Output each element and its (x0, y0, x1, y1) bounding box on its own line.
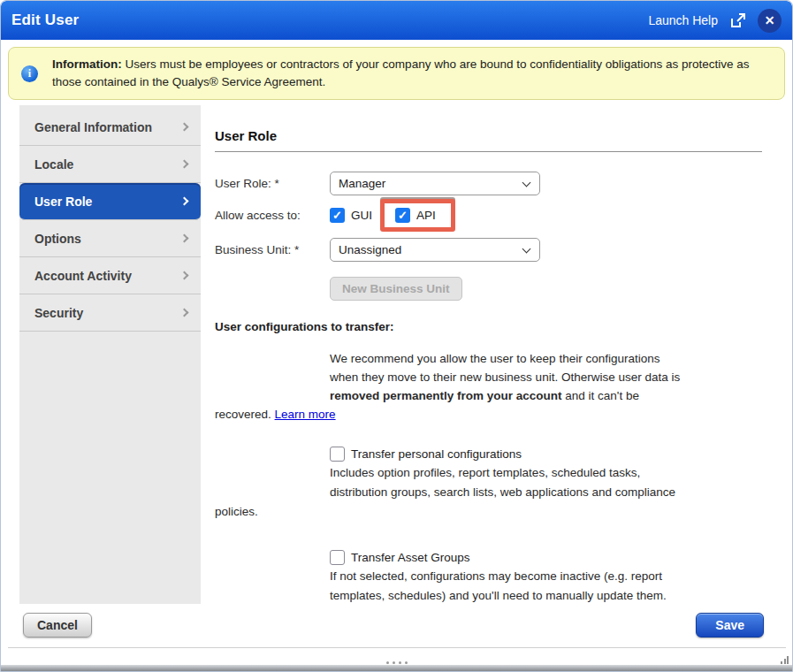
main-panel: User Role User Role: * Manager Allow acc… (202, 105, 791, 604)
section-heading: User Role (215, 128, 762, 152)
sidebar-item-user-role[interactable]: User Role (19, 183, 201, 220)
title-bar: Edit User Launch Help ✕ (1, 1, 792, 40)
business-unit-selected-value: Unassigned (339, 243, 401, 256)
api-checkbox-label: API (416, 209, 436, 222)
transfer-assets-row: ✓ Transfer Asset Groups (330, 550, 762, 565)
check-icon: ✓ (332, 210, 342, 221)
save-button[interactable]: Save (696, 613, 764, 638)
chevron-right-icon (180, 309, 189, 317)
info-banner-text: Information: Users must be employees or … (52, 56, 764, 91)
gui-checkbox-label: GUI (351, 209, 372, 222)
chevron-down-icon (522, 245, 531, 254)
chevron-right-icon (180, 123, 189, 132)
close-button[interactable]: ✕ (758, 9, 782, 33)
launch-external-icon[interactable] (728, 11, 747, 30)
gui-checkbox[interactable]: ✓ (330, 208, 345, 223)
new-business-unit-row: New Business Unit (215, 277, 762, 301)
info-banner: i Information: Users must be employees o… (8, 47, 785, 100)
chevron-right-icon (180, 271, 189, 280)
allow-access-label: Allow access to: (215, 209, 330, 222)
transfer-personal-description: Includes option profiles, report templat… (215, 463, 762, 522)
chevron-right-icon (180, 234, 189, 243)
edit-user-dialog: Edit User Launch Help ✕ i Information: U… (0, 0, 793, 672)
sidebar-nav: General Information Locale User Role Opt… (19, 105, 201, 604)
info-icon: i (21, 65, 38, 82)
user-role-selected-value: Manager (339, 177, 385, 190)
business-unit-select[interactable]: Unassigned (330, 238, 540, 262)
sidebar-item-security[interactable]: Security (19, 294, 201, 332)
new-business-unit-button[interactable]: New Business Unit (330, 277, 462, 301)
footer-bar: Cancel Save (1, 605, 792, 647)
chevron-right-icon (180, 197, 189, 206)
user-role-select[interactable]: Manager (330, 172, 540, 195)
sidebar-item-options[interactable]: Options (19, 220, 201, 257)
launch-help-link[interactable]: Launch Help (648, 13, 718, 27)
transfer-personal-row: ✓ Transfer personal configurations (330, 447, 762, 462)
window-bottom-edge (1, 665, 792, 671)
cancel-button[interactable]: Cancel (23, 613, 92, 638)
check-icon: ✓ (398, 210, 408, 221)
recommendation-paragraph: We recommend you allow the user to keep … (215, 349, 762, 424)
sidebar-item-general-information[interactable]: General Information (19, 109, 201, 146)
transfer-personal-label: Transfer personal configurations (351, 447, 522, 461)
user-role-label: User Role: * (215, 177, 330, 190)
api-checkbox[interactable]: ✓ (395, 208, 410, 223)
allow-access-row: Allow access to: ✓ GUI ✓ API (215, 207, 762, 224)
transfer-personal-checkbox[interactable]: ✓ (330, 447, 345, 462)
sidebar-item-locale[interactable]: Locale (19, 146, 201, 183)
close-icon: ✕ (765, 13, 775, 27)
chevron-right-icon (180, 160, 189, 169)
transfer-asset-groups-label: Transfer Asset Groups (351, 551, 470, 564)
window-drag-handle[interactable] (386, 661, 408, 664)
chevron-down-icon (522, 179, 531, 187)
transfer-heading: User configurations to transfer: (215, 320, 762, 333)
sidebar-item-account-activity[interactable]: Account Activity (19, 257, 201, 294)
dialog-title: Edit User (11, 11, 79, 29)
footer-divider (8, 647, 786, 648)
user-role-row: User Role: * Manager (215, 172, 762, 195)
business-unit-row: Business Unit: * Unassigned (215, 238, 762, 262)
business-unit-label: Business Unit: * (215, 243, 330, 256)
transfer-asset-groups-checkbox[interactable]: ✓ (330, 550, 345, 565)
api-annotation-highlight: ✓ API (380, 199, 455, 232)
window-resize-grip[interactable] (781, 656, 789, 664)
info-banner-label: Information: (52, 57, 122, 71)
learn-more-link[interactable]: Learn more (275, 408, 336, 421)
transfer-assets-description: If not selected, configurations may beco… (215, 567, 762, 606)
